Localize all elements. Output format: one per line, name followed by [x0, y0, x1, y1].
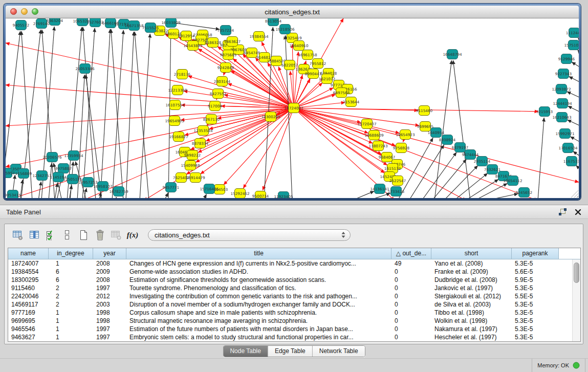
row-height-button[interactable] — [59, 227, 75, 243]
graph-node[interactable]: 8267130 — [203, 115, 220, 124]
column-header-title[interactable]: title — [126, 248, 391, 259]
graph-node[interactable]: 11923405 — [274, 192, 293, 199]
show-columns-button[interactable] — [26, 227, 42, 243]
svg-text:9474444: 9474444 — [462, 152, 479, 157]
network-window[interactable]: citations_edges.txt 18724007183002952718… — [4, 4, 581, 200]
svg-text:9684067: 9684067 — [379, 155, 396, 160]
scrollbar-thumb[interactable] — [574, 262, 579, 283]
graph-node[interactable]: 2718176 — [174, 70, 191, 79]
tab-network-table[interactable]: Network Table — [313, 346, 365, 357]
graph-node[interactable]: 12093872 — [552, 84, 571, 94]
svg-text:12213369: 12213369 — [168, 88, 187, 93]
delete-table-button[interactable] — [108, 227, 124, 243]
table-row[interactable]: 946362711997Embryonic stem cells: a mode… — [8, 333, 580, 341]
graph-node[interactable]: 10688609 — [364, 130, 383, 140]
graph-node[interactable]: 20206576 — [42, 152, 61, 162]
graph-node[interactable]: 19654905 — [165, 116, 184, 126]
network-canvas[interactable]: 1872400718300295271817612213369161075541… — [6, 18, 579, 198]
graph-node[interactable]: 1167533 — [563, 157, 579, 166]
svg-text:2718176: 2718176 — [174, 72, 191, 77]
graph-node[interactable]: 15292462 — [230, 189, 249, 199]
new-column-button[interactable] — [75, 227, 92, 243]
graph-node[interactable]: 16961758 — [298, 50, 317, 60]
table-options-button[interactable] — [10, 227, 26, 243]
graph-node[interactable]: 9227343 — [555, 69, 572, 79]
column-header-year[interactable]: year — [93, 248, 126, 259]
graph-node[interactable]: 8613054 — [265, 18, 282, 26]
cell-year: 1998 — [93, 317, 126, 325]
graph-node[interactable]: 9857771 — [163, 183, 180, 192]
select-columns-button[interactable] — [42, 227, 59, 243]
graph-node[interactable]: 16914479 — [186, 173, 205, 183]
svg-text:10688609: 10688609 — [364, 133, 383, 138]
table-row[interactable]: 1456911722003Disruption of a novel membe… — [8, 300, 580, 309]
table-panel-header: Table Panel — [0, 205, 588, 219]
cell-short: Hescheler et al. (1997) — [431, 333, 512, 341]
graph-node[interactable]: 3215953 — [536, 107, 553, 117]
column-header-in_degree[interactable]: in_degree — [49, 248, 93, 259]
svg-text:9857771: 9857771 — [163, 185, 180, 190]
graph-node[interactable]: 12342757 — [32, 171, 51, 181]
svg-text:8186328: 8186328 — [205, 40, 222, 45]
graph-node[interactable]: 19654923 — [396, 130, 415, 140]
graph-node[interactable]: 19166827 — [169, 132, 188, 142]
table-row[interactable]: 1938455462009Genome-wide association stu… — [8, 268, 580, 276]
graph-node[interactable]: 9405572 — [13, 20, 30, 30]
table-row[interactable]: 1830029562008Estimation of significance … — [8, 276, 580, 284]
graph-node[interactable]: 19218506 — [275, 25, 294, 34]
graph-node[interactable]: 14136141 — [370, 184, 389, 194]
graph-node[interactable]: 1527602 — [87, 18, 104, 27]
graph-node[interactable]: 17359934 — [64, 151, 83, 161]
delete-columns-button[interactable] — [92, 227, 108, 243]
graph-node[interactable]: 12353584 — [193, 126, 212, 136]
column-header-out_de[interactable]: △ out_de... — [391, 248, 431, 259]
graph-node[interactable]: 917004 — [208, 101, 222, 111]
graph-node[interactable]: 9853415 — [6, 190, 21, 199]
table-row[interactable]: 946554611997Estimation of the future num… — [8, 325, 580, 333]
graph-node[interactable]: 9115460 — [416, 106, 433, 116]
svg-text:1112443: 1112443 — [566, 31, 579, 35]
cell-out_de: 0 — [391, 300, 431, 309]
cell-title: Investigating the contribution of common… — [126, 292, 391, 300]
close-panel-icon[interactable] — [574, 208, 582, 216]
tab-node-table[interactable]: Node Table — [223, 346, 268, 357]
table-row[interactable]: 2242004622012Investigating the contribut… — [8, 292, 580, 300]
svg-text:14136141: 14136141 — [370, 187, 389, 191]
column-header-name[interactable]: name — [8, 248, 49, 259]
network-graph[interactable]: 1872400718300295271817612213369161075541… — [6, 18, 579, 198]
graph-node[interactable]: 7857224 — [217, 26, 234, 35]
table-selector-dropdown[interactable]: citations_edges.txt — [148, 229, 351, 241]
graph-node[interactable]: 17016504 — [558, 143, 577, 153]
graph-node[interactable]: 12213369 — [168, 85, 187, 95]
column-header-short[interactable]: short — [431, 248, 512, 259]
table-row[interactable]: 969969511998Structural magnetic resonanc… — [8, 317, 580, 325]
graph-node[interactable]: 16648794 — [443, 50, 462, 59]
table-row[interactable]: 977716911998Corpus callosum shape and si… — [8, 309, 580, 317]
float-panel-icon[interactable] — [558, 208, 567, 216]
graph-node[interactable]: 1733426 — [388, 187, 405, 196]
function-icon: f(x) — [127, 231, 139, 239]
vertical-scrollbar[interactable] — [572, 259, 580, 341]
graph-node[interactable]: 9500714 — [252, 191, 269, 199]
graph-node[interactable]: 16107554 — [165, 100, 184, 110]
column-header-pagerank[interactable]: pagerank — [512, 248, 559, 259]
svg-text:19218506: 19218506 — [275, 27, 294, 32]
graph-node[interactable]: 16033809 — [161, 18, 180, 28]
graph-node[interactable]: 2153644 — [343, 97, 360, 107]
minimize-window-button[interactable] — [21, 8, 28, 15]
graph-node[interactable]: 1112443 — [566, 28, 579, 38]
function-builder-button[interactable]: f(x) — [124, 227, 141, 243]
zoom-window-button[interactable] — [32, 8, 38, 15]
graph-node[interactable]: 15751074 — [564, 40, 579, 50]
graph-node[interactable]: 9245652 — [516, 188, 533, 198]
tab-edge-table[interactable]: Edge Table — [268, 346, 313, 357]
cell-out_de: 0 — [391, 292, 431, 300]
table-row[interactable]: 911546021997Tourette syndrome. Phenomeno… — [8, 284, 580, 292]
network-window-titlebar[interactable]: citations_edges.txt — [6, 6, 579, 18]
table-row[interactable]: 1872400712008Changes of HCN gene express… — [8, 259, 580, 268]
cell-name: 9115460 — [8, 284, 49, 292]
close-window-button[interactable] — [10, 8, 17, 15]
graph-node[interactable]: 15992971 — [555, 129, 574, 139]
graph-node[interactable]: 15409948 — [181, 161, 200, 170]
graph-node[interactable]: 19384554 — [249, 32, 268, 41]
